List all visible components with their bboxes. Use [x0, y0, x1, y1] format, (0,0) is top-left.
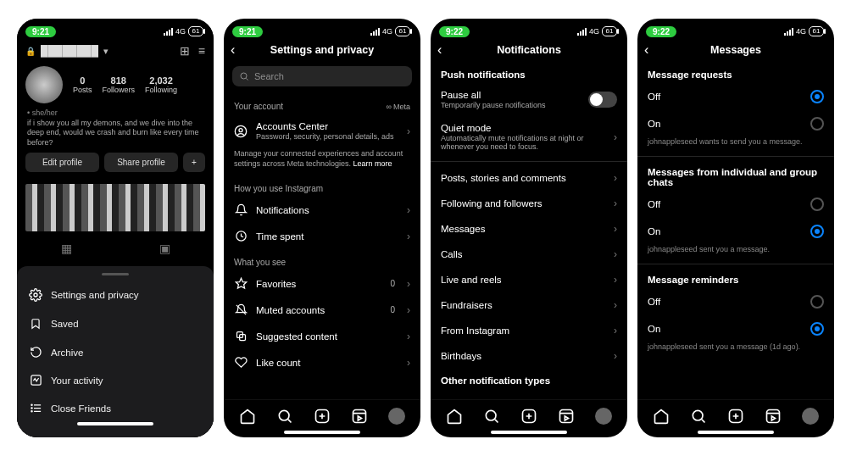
screen-messages-settings: 9:22 4G 61 ‹ Messages Message requests O…	[637, 19, 834, 437]
time-pill: 9:21	[25, 26, 56, 37]
nav-search-icon[interactable]	[689, 407, 708, 425]
row-suggested[interactable]: Suggested content›	[224, 323, 420, 349]
radio-requests-on[interactable]: On	[637, 110, 834, 137]
chevron-right-icon: ›	[407, 331, 410, 342]
row-calls[interactable]: Calls›	[431, 242, 627, 267]
row-fundraisers[interactable]: Fundraisers›	[431, 292, 627, 318]
radio-icon	[810, 322, 824, 336]
battery-icon: 61	[602, 26, 617, 36]
svg-rect-38	[767, 410, 780, 423]
profile-tabs: ▦ ▣	[17, 238, 214, 259]
nav-search-icon[interactable]	[275, 407, 294, 425]
row-favorites[interactable]: Favorites0›	[224, 270, 420, 297]
row-live-reels[interactable]: Live and reels›	[431, 267, 627, 292]
row-like-count[interactable]: Like count›	[224, 349, 420, 375]
share-profile-button[interactable]: Share profile	[104, 153, 178, 172]
chevron-right-icon: ›	[614, 299, 617, 311]
pause-toggle[interactable]	[588, 92, 617, 108]
search-input[interactable]: Search	[232, 66, 412, 86]
svg-marker-40	[771, 416, 775, 420]
nav-create-icon[interactable]	[520, 407, 538, 425]
followers-stat[interactable]: 818Followers	[103, 75, 136, 94]
chevron-right-icon: ›	[614, 223, 617, 235]
radio-chats-off[interactable]: Off	[637, 191, 834, 218]
menu-activity[interactable]: Your activity	[17, 366, 214, 394]
row-following[interactable]: Following and followers›	[431, 191, 627, 216]
bookmark-icon	[29, 317, 42, 331]
chevron-right-icon: ›	[614, 350, 617, 362]
row-from-instagram[interactable]: From Instagram›	[431, 318, 627, 343]
row-messages[interactable]: Messages›	[431, 216, 627, 242]
nav-create-icon[interactable]	[313, 407, 331, 425]
svg-line-34	[702, 420, 705, 423]
menu-icon[interactable]: ≡	[198, 44, 205, 58]
reminders-example: johnappleseed sent you a message (1d ago…	[637, 342, 834, 358]
signal-icon	[784, 28, 793, 36]
menu-saved[interactable]: Saved	[17, 309, 214, 338]
home-indicator	[491, 431, 567, 434]
bottom-nav	[224, 399, 420, 431]
row-pause-all[interactable]: Pause allTemporarily pause notifications	[431, 83, 627, 116]
meta-badge: ∞ Meta	[387, 103, 410, 111]
following-stat[interactable]: 2,032Following	[145, 75, 177, 94]
lock-icon: 🔒	[25, 47, 36, 56]
sheet-grabber[interactable]	[102, 273, 129, 275]
tagged-tab-icon[interactable]: ▣	[159, 242, 170, 255]
network-label: 4G	[796, 27, 806, 36]
chevron-right-icon: ›	[407, 357, 410, 369]
radio-reminders-on[interactable]: On	[637, 315, 834, 342]
avatar[interactable]	[25, 66, 63, 103]
nav-home-icon[interactable]	[238, 407, 257, 425]
grid-tab-icon[interactable]: ▦	[61, 242, 72, 255]
nav-reels-icon[interactable]	[557, 407, 576, 425]
add-friend-button[interactable]: +	[183, 153, 205, 172]
heart-icon	[234, 356, 248, 369]
row-notifications[interactable]: Notifications›	[224, 197, 420, 223]
page-title: Messages	[646, 44, 826, 56]
row-posts-stories[interactable]: Posts, stories and comments›	[431, 165, 627, 191]
story-highlights[interactable]	[25, 184, 205, 231]
svg-point-6	[31, 408, 31, 409]
posts-stat[interactable]: 0Posts	[73, 75, 92, 94]
back-icon[interactable]: ‹	[644, 42, 648, 58]
svg-marker-13	[236, 279, 247, 289]
nav-profile-icon[interactable]	[801, 407, 820, 425]
back-icon[interactable]: ‹	[231, 42, 235, 58]
nav-search-icon[interactable]	[482, 407, 501, 425]
nav-home-icon[interactable]	[652, 407, 670, 425]
row-quiet-mode[interactable]: Quiet modeAutomatically mute notificatio…	[431, 116, 627, 158]
home-indicator	[77, 422, 153, 425]
row-time-spent[interactable]: Time spent›	[224, 223, 420, 249]
menu-archive[interactable]: Archive	[17, 338, 214, 366]
radio-requests-off[interactable]: Off	[637, 83, 834, 110]
chevron-down-icon[interactable]: ▾	[103, 46, 108, 57]
row-birthdays[interactable]: Birthdays›	[431, 343, 627, 369]
nav-reels-icon[interactable]	[350, 407, 369, 425]
user-circle-icon	[234, 125, 248, 138]
profile-stats: 0Posts 818Followers 2,032Following	[17, 61, 214, 108]
nav-reels-icon[interactable]	[764, 407, 782, 425]
username[interactable]: ████████	[41, 45, 98, 57]
status-bar: 9:21 4G 61	[224, 19, 420, 41]
create-icon[interactable]: ⊞	[180, 44, 190, 58]
row-muted[interactable]: Muted accounts0›	[224, 297, 420, 323]
back-icon[interactable]: ‹	[437, 42, 442, 58]
radio-reminders-off[interactable]: Off	[637, 288, 834, 315]
status-right: 4G 61	[784, 26, 824, 36]
nav-create-icon[interactable]	[726, 407, 745, 425]
nav-home-icon[interactable]	[445, 407, 464, 425]
learn-more-link[interactable]: Learn more	[353, 159, 392, 168]
menu-settings[interactable]: Settings and privacy	[17, 281, 214, 309]
row-accounts-center[interactable]: Accounts Center Password, security, pers…	[224, 114, 420, 147]
nav-profile-icon[interactable]	[387, 407, 406, 425]
screen-notifications: 9:22 4G 61 ‹ Notifications Push notifica…	[431, 19, 627, 437]
menu-sheet: Settings and privacy Saved Archive Your …	[17, 266, 214, 437]
menu-close-friends[interactable]: Close Friends	[17, 394, 214, 422]
radio-chats-on[interactable]: On	[637, 218, 834, 245]
edit-profile-button[interactable]: Edit profile	[25, 153, 99, 172]
nav-profile-icon[interactable]	[594, 407, 613, 425]
chevron-right-icon: ›	[407, 231, 410, 242]
time-pill: 9:22	[646, 26, 676, 37]
chevron-right-icon: ›	[614, 248, 617, 260]
battery-icon: 61	[395, 26, 410, 36]
